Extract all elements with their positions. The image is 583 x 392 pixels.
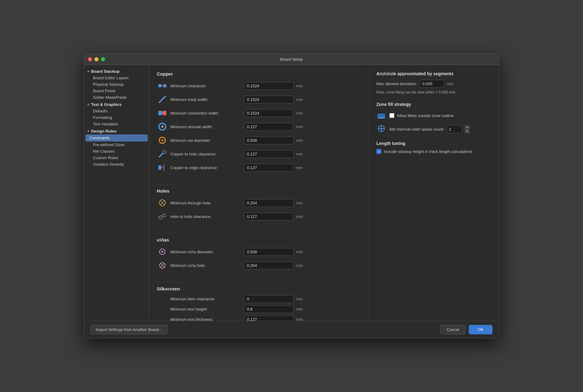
sidebar-item-text-variables[interactable]: Text Variables [84, 121, 149, 127]
right-panel: Arc/circle approximated by segments Max … [369, 65, 499, 321]
table-row: Minimum track width: mm [157, 94, 361, 105]
sidebar-item-defaults[interactable]: Defaults [84, 108, 149, 114]
allow-fillets-checkbox[interactable] [389, 113, 394, 118]
arc-deviation-input[interactable] [420, 80, 445, 88]
text-thickness-unit: mm [296, 317, 304, 321]
table-row: Minimum annular width: mm [157, 121, 361, 132]
svg-rect-17 [158, 165, 161, 170]
clearance-unit: mm [296, 84, 304, 88]
table-row: Minimum through hole: mm [157, 197, 361, 208]
clearance-input[interactable] [244, 82, 294, 90]
spinner-down-button[interactable]: ▼ [465, 129, 470, 133]
text-thickness-label: Minimum text thickness: [170, 317, 242, 321]
hole-hole-input[interactable] [244, 213, 294, 220]
spinner-up-button[interactable]: ▲ [465, 125, 470, 129]
board-setup-window: Board Setup ▼ Board Stackup Board Editor… [84, 54, 499, 338]
sidebar-group-design-rules[interactable]: ▼ Design Rules [84, 127, 149, 134]
copper-hole-icon [157, 148, 168, 159]
sidebar-group-label: Text & Graphics [91, 102, 122, 107]
hole-hole-unit: mm [296, 214, 304, 219]
copper-hole-input[interactable] [244, 150, 294, 158]
minimize-button[interactable] [94, 57, 99, 61]
arc-deviation-unit: mm [447, 81, 454, 86]
uvias-section-title: uVias [157, 237, 361, 242]
thermal-spoke-input[interactable] [447, 125, 462, 133]
hole-hole-label: Hole to hole clearance: [170, 214, 242, 219]
text-height-input[interactable] [244, 305, 294, 313]
silkscreen-clearance-input[interactable] [244, 295, 294, 303]
via-diameter-label: Minimum via diameter: [170, 138, 242, 143]
svg-rect-8 [163, 111, 166, 115]
hole-hole-icon [157, 211, 168, 222]
via-diameter-input[interactable] [244, 137, 294, 144]
uvia-diameter-label: Minimum uVia diameter: [170, 250, 242, 254]
table-row: Copper to hole clearance: mm [157, 148, 361, 159]
sidebar-group-board-stackup[interactable]: ▼ Board Stackup [84, 68, 149, 75]
include-stackup-checkbox[interactable]: ✓ [376, 149, 381, 154]
table-row: Hole to hole clearance: mm [157, 211, 361, 222]
sidebar-item-predefined-sizes[interactable]: Pre-defined Sizes [84, 142, 149, 148]
uvia-hole-label: Minimum uVia hole: [170, 263, 242, 268]
window-controls [88, 57, 105, 61]
arc-section-title: Arc/circle approximated by segments [376, 71, 491, 76]
svg-rect-0 [158, 84, 161, 87]
uvia-diameter-icon [157, 246, 168, 257]
sidebar-item-net-classes[interactable]: Net Classes [84, 148, 149, 155]
maximize-button[interactable] [101, 57, 105, 61]
thermal-inner-row: Min thermal relief spoke count: ▲ ▼ [389, 125, 470, 133]
chevron-down-icon: ▼ [87, 129, 90, 133]
cancel-button[interactable]: Cancel [440, 325, 466, 334]
table-row: Minimum item clearance: mm [157, 295, 361, 303]
connection-width-icon [157, 107, 168, 119]
svg-rect-7 [158, 111, 162, 115]
uvia-hole-input[interactable] [244, 262, 294, 269]
arc-note: Note: zone filling can be slow when < 0.… [376, 90, 491, 94]
track-width-input[interactable] [244, 96, 294, 103]
thermal-spoke-spinner: ▲ ▼ [465, 125, 470, 133]
sidebar-item-board-editor-layers[interactable]: Board Editor Layers [84, 75, 149, 81]
close-button[interactable] [88, 57, 92, 61]
svg-rect-1 [163, 84, 166, 87]
sidebar-item-solder-mask[interactable]: Solder Mask/Paste [84, 94, 149, 101]
sidebar-item-custom-rules[interactable]: Custom Rules [84, 155, 149, 161]
chevron-down-icon: ▼ [87, 103, 90, 106]
svg-line-25 [162, 216, 163, 216]
table-row: Minimum uVia diameter: mm [157, 246, 361, 257]
zone-fill-title: Zone fill strategy [376, 102, 491, 107]
via-diameter-icon [157, 135, 168, 146]
via-diameter-unit: mm [296, 138, 304, 143]
zone-fill-icon [376, 111, 386, 120]
silkscreen-clearance-label: Minimum item clearance: [170, 297, 242, 301]
arc-deviation-row: Max allowed deviation: mm [376, 80, 491, 88]
uvia-hole-icon [157, 260, 168, 271]
annular-width-input[interactable] [244, 123, 294, 131]
copper-edge-input[interactable] [244, 164, 294, 172]
table-row: Copper to edge clearance: mm [157, 162, 361, 173]
sidebar-item-physical-stackup[interactable]: Physical Stackup [84, 81, 149, 88]
import-settings-button[interactable]: Import Settings from Another Board... [90, 325, 168, 334]
table-row: Minimum uVia hole: mm [157, 260, 361, 271]
clearance-label: Minimum clearance: [170, 84, 242, 88]
connection-width-unit: mm [296, 111, 304, 115]
sidebar-item-violation-severity[interactable]: Violation Severity [84, 161, 149, 168]
uvia-diameter-input[interactable] [244, 248, 294, 256]
constraints-area: Copper Minimum clearance: mm Minimum tra… [149, 65, 499, 321]
sidebar-group-text-graphics[interactable]: ▼ Text & Graphics [84, 101, 149, 108]
text-thickness-input[interactable] [244, 316, 294, 321]
ok-button[interactable]: OK [469, 325, 493, 334]
checkmark-icon: ✓ [378, 150, 380, 154]
window-title: Board Setup [280, 57, 303, 62]
thermal-spoke-label: Min thermal relief spoke count: [389, 127, 444, 132]
sidebar-item-board-finish[interactable]: Board Finish [84, 88, 149, 94]
allow-fillets-label: Allow fillets outside zone outline [397, 113, 454, 118]
svg-line-15 [159, 153, 163, 157]
connection-width-input[interactable] [244, 109, 294, 117]
length-tuning-title: Length tuning [376, 141, 491, 146]
sidebar-item-constraints[interactable]: Constraints [85, 134, 148, 142]
sidebar-item-formatting[interactable]: Formatting [84, 114, 149, 121]
through-hole-input[interactable] [244, 199, 294, 207]
constraints-panel: Copper Minimum clearance: mm Minimum tra… [149, 65, 369, 321]
sidebar-group-label: Design Rules [91, 129, 116, 133]
thermal-spoke-row: Min thermal relief spoke count: ▲ ▼ [376, 124, 491, 133]
footer-right-buttons: Cancel OK [440, 325, 493, 334]
